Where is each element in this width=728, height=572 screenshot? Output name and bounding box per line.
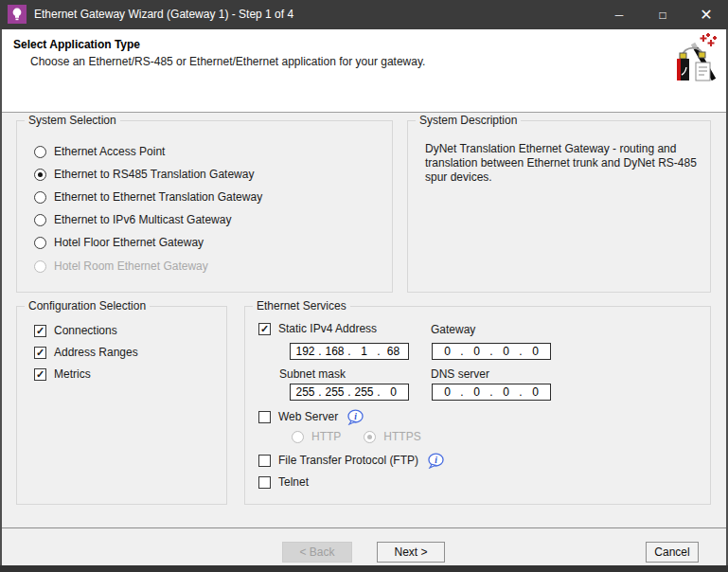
next-button[interactable]: Next > [377,542,445,563]
ip-octet: 68 [382,345,406,358]
system-description-group: System Description DyNet Translation Eth… [407,120,711,293]
ip-octet: 0 [494,345,519,358]
checkbox-row-ftp: ✓ File Transfer Protocol (FTP) i [258,453,445,468]
checkbox-label: Telnet [278,475,309,489]
close-icon: ✕ [700,6,712,24]
radio-option-hotel-room: Hotel Room Ethernet Gateway [34,259,208,274]
wizard-header: Select Application Type Choose an Ethern… [2,29,726,113]
checkbox-label: Connections [54,324,117,337]
radio-option-ethernet-access-point: Ethernet Access Point [34,144,165,159]
check-icon: ✓ [260,324,269,334]
radio-label: Ethernet to RS485 Translation Gateway [54,168,254,181]
ftp-checkbox[interactable]: ✓ [258,455,271,467]
group-label: System Description [416,114,521,127]
ip-octet: 0 [435,385,460,399]
window-border-left [0,29,2,572]
window-title: Ethernet Gateway Wizard (Gateway 1) - St… [34,0,293,29]
address-ranges-checkbox[interactable]: ✓ [34,347,46,359]
radio-label: HTTPS [383,430,420,443]
checkbox-label: Metrics [54,367,91,381]
radio-button [34,260,46,273]
ip-octet: 0 [382,385,406,399]
radio-label: Hotel Room Ethernet Gateway [54,259,208,273]
page-subtitle: Choose an Ethernet/RS-485 or Ethernet/Et… [30,55,425,68]
radio-label: Ethernet Access Point [54,145,165,158]
wizard-dialog: Ethernet Gateway Wizard (Gateway 1) - St… [0,0,728,572]
http-radio-button [292,431,304,443]
static-ipv4-checkbox[interactable]: ✓ [258,323,271,335]
app-lightbulb-icon [8,5,27,24]
group-label: Ethernet Services [253,299,350,313]
ip-octet: 0 [465,345,489,358]
system-selection-group: System Selection Ethernet Access Point E… [16,120,393,293]
wizard-wand-icon [673,33,717,84]
system-description-text: DyNet Translation Ethernet Gateway - rou… [425,142,705,185]
radio-label: Hotel Floor Ethernet Gateway [54,236,204,249]
checkbox-row-metrics: ✓ Metrics [34,366,91,382]
group-label: System Selection [25,114,120,127]
ip-octet: 255 [352,385,377,399]
radio-option-ethernet-to-ethernet: Ethernet to Ethernet Translation Gateway [34,189,262,205]
checkbox-label: Static IPv4 Address [278,322,377,335]
info-icon[interactable]: i [346,409,364,425]
checkbox-row-web-server: ✓ Web Server i [258,409,364,424]
telnet-checkbox[interactable]: ✓ [258,476,271,489]
connections-checkbox[interactable]: ✓ [34,325,46,337]
protocol-radio-row: HTTP HTTPS [292,429,421,444]
checkbox-row-connections: ✓ Connections [34,323,117,338]
radio-button[interactable] [34,214,46,226]
check-icon: ✓ [36,326,44,336]
footer-bar [2,528,726,565]
minimize-button[interactable]: ─ [597,0,641,29]
maximize-icon: □ [659,9,666,22]
metrics-checkbox[interactable]: ✓ [34,368,46,381]
ip-octet: 255 [293,385,318,399]
ip-octet: 168 [323,345,347,358]
radio-option-ethernet-to-rs485: Ethernet to RS485 Translation Gateway [34,167,254,182]
ethernet-services-group: Ethernet Services ✓ Static IPv4 Address … [244,306,711,505]
cancel-button[interactable]: Cancel [646,542,699,563]
subnet-mask-label: Subnet mask [279,367,346,381]
radio-option-ipv6-multicast: Ethernet to IPv6 Multicast Gateway [34,212,231,227]
info-icon[interactable]: i [427,453,445,469]
svg-text:i: i [354,411,357,420]
check-icon: ✓ [36,348,44,358]
ip-octet: 1 [352,345,377,358]
ip-octet: 0 [435,345,460,358]
checkbox-row-telnet: ✓ Telnet [258,474,309,490]
radio-button[interactable] [34,169,46,181]
radio-label: Ethernet to IPv6 Multicast Gateway [54,213,231,226]
checkbox-row-address-ranges: ✓ Address Ranges [34,345,138,360]
gateway-address-input[interactable]: 0.0.0.0 [432,343,551,360]
radio-option-hotel-floor: Hotel Floor Ethernet Gateway [34,235,204,250]
radio-button[interactable] [34,191,46,204]
back-button: < Back [282,542,352,563]
checkbox-row-static-ipv4: ✓ Static IPv4 Address [258,321,377,336]
svg-text:i: i [435,455,437,464]
radio-label: Ethernet to Ethernet Translation Gateway [54,190,262,204]
checkbox-label: Address Ranges [54,346,138,359]
close-button[interactable]: ✕ [684,0,728,29]
ip-octet: 255 [323,385,347,399]
radio-label: HTTP [311,430,341,443]
maximize-button[interactable]: □ [641,0,684,29]
radio-button[interactable] [34,146,46,158]
web-server-checkbox[interactable]: ✓ [258,411,271,423]
page-title: Select Application Type [13,38,140,51]
checkbox-label: File Transfer Protocol (FTP) [278,454,418,467]
radio-button[interactable] [34,237,46,249]
ip-octet: 0 [494,385,519,399]
minimize-icon: ─ [615,9,624,22]
ip-octet: 0 [524,345,548,358]
subnet-mask-input[interactable]: 255.255.255.0 [290,384,409,401]
dns-server-input[interactable]: 0.0.0.0 [432,384,551,401]
ipv4-address-input[interactable]: 192.168.1.68 [290,343,409,360]
checkbox-label: Web Server [278,410,338,423]
ip-octet: 192 [293,345,318,358]
configuration-selection-group: Configuration Selection ✓ Connections ✓ … [16,306,227,505]
window-border-bottom [0,565,728,572]
https-radio-button [364,431,376,443]
gateway-label: Gateway [431,323,475,336]
check-icon: ✓ [36,369,44,380]
ip-octet: 0 [524,385,548,399]
